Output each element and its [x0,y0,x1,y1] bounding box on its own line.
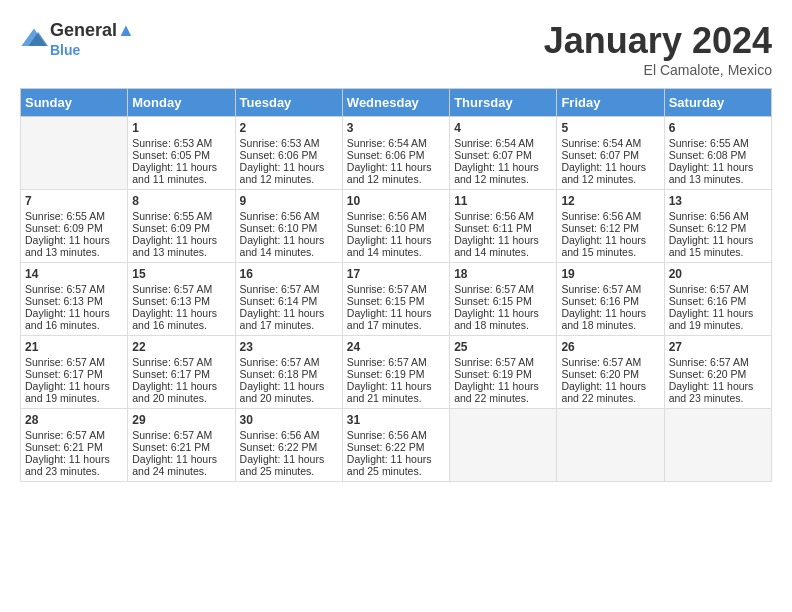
header-cell-wednesday: Wednesday [342,89,449,117]
sunset-text: Sunset: 6:21 PM [25,441,123,453]
sunset-text: Sunset: 6:15 PM [347,295,445,307]
sunset-text: Sunset: 6:13 PM [132,295,230,307]
sunset-text: Sunset: 6:06 PM [240,149,338,161]
day-number: 18 [454,267,552,281]
week-row-0: 1Sunrise: 6:53 AMSunset: 6:05 PMDaylight… [21,117,772,190]
sunset-text: Sunset: 6:06 PM [347,149,445,161]
day-number: 1 [132,121,230,135]
day-number: 29 [132,413,230,427]
sunrise-text: Sunrise: 6:56 AM [347,210,445,222]
sunrise-text: Sunrise: 6:56 AM [454,210,552,222]
day-number: 26 [561,340,659,354]
sunset-text: Sunset: 6:12 PM [561,222,659,234]
logo-line2: Blue [50,42,135,59]
sunrise-text: Sunrise: 6:55 AM [669,137,767,149]
day-number: 3 [347,121,445,135]
day-cell: 25Sunrise: 6:57 AMSunset: 6:19 PMDayligh… [450,336,557,409]
day-number: 21 [25,340,123,354]
day-number: 5 [561,121,659,135]
daylight-text: Daylight: 11 hours and 15 minutes. [669,234,767,258]
sunrise-text: Sunrise: 6:54 AM [347,137,445,149]
header-cell-friday: Friday [557,89,664,117]
day-number: 16 [240,267,338,281]
sunset-text: Sunset: 6:16 PM [669,295,767,307]
daylight-text: Daylight: 11 hours and 24 minutes. [132,453,230,477]
daylight-text: Daylight: 11 hours and 12 minutes. [454,161,552,185]
logo-text: General▲ Blue [50,20,135,58]
day-cell: 22Sunrise: 6:57 AMSunset: 6:17 PMDayligh… [128,336,235,409]
sunset-text: Sunset: 6:10 PM [240,222,338,234]
sunset-text: Sunset: 6:16 PM [561,295,659,307]
sunrise-text: Sunrise: 6:57 AM [25,356,123,368]
sunset-text: Sunset: 6:22 PM [240,441,338,453]
daylight-text: Daylight: 11 hours and 22 minutes. [561,380,659,404]
day-number: 2 [240,121,338,135]
sunrise-text: Sunrise: 6:57 AM [240,283,338,295]
daylight-text: Daylight: 11 hours and 11 minutes. [132,161,230,185]
sunrise-text: Sunrise: 6:57 AM [669,283,767,295]
sunrise-text: Sunrise: 6:57 AM [132,356,230,368]
daylight-text: Daylight: 11 hours and 12 minutes. [347,161,445,185]
day-cell: 16Sunrise: 6:57 AMSunset: 6:14 PMDayligh… [235,263,342,336]
day-cell [21,117,128,190]
sunrise-text: Sunrise: 6:57 AM [132,283,230,295]
header-cell-monday: Monday [128,89,235,117]
sunrise-text: Sunrise: 6:57 AM [25,283,123,295]
sunset-text: Sunset: 6:21 PM [132,441,230,453]
sunrise-text: Sunrise: 6:55 AM [132,210,230,222]
day-cell [557,409,664,482]
day-number: 14 [25,267,123,281]
day-cell: 3Sunrise: 6:54 AMSunset: 6:06 PMDaylight… [342,117,449,190]
calendar-header: SundayMondayTuesdayWednesdayThursdayFrid… [21,89,772,117]
daylight-text: Daylight: 11 hours and 21 minutes. [347,380,445,404]
day-cell: 11Sunrise: 6:56 AMSunset: 6:11 PMDayligh… [450,190,557,263]
sunrise-text: Sunrise: 6:56 AM [561,210,659,222]
sunset-text: Sunset: 6:19 PM [454,368,552,380]
header-row: SundayMondayTuesdayWednesdayThursdayFrid… [21,89,772,117]
week-row-3: 21Sunrise: 6:57 AMSunset: 6:17 PMDayligh… [21,336,772,409]
day-number: 25 [454,340,552,354]
day-cell: 19Sunrise: 6:57 AMSunset: 6:16 PMDayligh… [557,263,664,336]
day-cell: 18Sunrise: 6:57 AMSunset: 6:15 PMDayligh… [450,263,557,336]
sunset-text: Sunset: 6:05 PM [132,149,230,161]
daylight-text: Daylight: 11 hours and 17 minutes. [347,307,445,331]
logo-blue: ▲ [117,20,135,40]
day-cell: 8Sunrise: 6:55 AMSunset: 6:09 PMDaylight… [128,190,235,263]
title-block: January 2024 El Camalote, Mexico [544,20,772,78]
sunrise-text: Sunrise: 6:56 AM [347,429,445,441]
daylight-text: Daylight: 11 hours and 18 minutes. [454,307,552,331]
day-number: 23 [240,340,338,354]
page-header: General▲ Blue January 2024 El Camalote, … [20,20,772,78]
daylight-text: Daylight: 11 hours and 17 minutes. [240,307,338,331]
sunset-text: Sunset: 6:08 PM [669,149,767,161]
day-number: 27 [669,340,767,354]
day-cell: 24Sunrise: 6:57 AMSunset: 6:19 PMDayligh… [342,336,449,409]
day-cell: 31Sunrise: 6:56 AMSunset: 6:22 PMDayligh… [342,409,449,482]
week-row-1: 7Sunrise: 6:55 AMSunset: 6:09 PMDaylight… [21,190,772,263]
day-number: 10 [347,194,445,208]
sunrise-text: Sunrise: 6:55 AM [25,210,123,222]
daylight-text: Daylight: 11 hours and 13 minutes. [132,234,230,258]
calendar-body: 1Sunrise: 6:53 AMSunset: 6:05 PMDaylight… [21,117,772,482]
day-cell: 6Sunrise: 6:55 AMSunset: 6:08 PMDaylight… [664,117,771,190]
week-row-4: 28Sunrise: 6:57 AMSunset: 6:21 PMDayligh… [21,409,772,482]
header-cell-sunday: Sunday [21,89,128,117]
location: El Camalote, Mexico [544,62,772,78]
day-cell: 14Sunrise: 6:57 AMSunset: 6:13 PMDayligh… [21,263,128,336]
day-cell: 29Sunrise: 6:57 AMSunset: 6:21 PMDayligh… [128,409,235,482]
daylight-text: Daylight: 11 hours and 13 minutes. [669,161,767,185]
sunset-text: Sunset: 6:22 PM [347,441,445,453]
sunset-text: Sunset: 6:18 PM [240,368,338,380]
day-cell: 13Sunrise: 6:56 AMSunset: 6:12 PMDayligh… [664,190,771,263]
daylight-text: Daylight: 11 hours and 19 minutes. [669,307,767,331]
day-number: 6 [669,121,767,135]
sunrise-text: Sunrise: 6:57 AM [347,283,445,295]
day-cell: 28Sunrise: 6:57 AMSunset: 6:21 PMDayligh… [21,409,128,482]
day-number: 22 [132,340,230,354]
day-cell: 7Sunrise: 6:55 AMSunset: 6:09 PMDaylight… [21,190,128,263]
daylight-text: Daylight: 11 hours and 12 minutes. [561,161,659,185]
daylight-text: Daylight: 11 hours and 13 minutes. [25,234,123,258]
calendar-table: SundayMondayTuesdayWednesdayThursdayFrid… [20,88,772,482]
sunrise-text: Sunrise: 6:57 AM [561,283,659,295]
sunrise-text: Sunrise: 6:53 AM [132,137,230,149]
